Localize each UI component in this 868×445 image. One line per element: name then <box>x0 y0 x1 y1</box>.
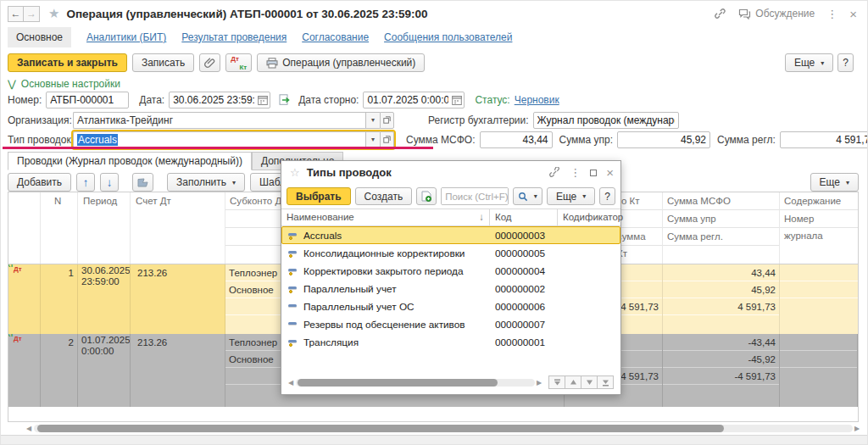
dropdown-arrow-icon[interactable]: ▾ <box>365 131 380 148</box>
col-sums[interactable]: Сумма МСФО Сумма упр Сумма регл. <box>663 192 780 264</box>
posting-marker-cell: ДтКт <box>8 264 41 334</box>
tab-analytics-bit[interactable]: Аналитики (БИТ) <box>86 31 166 43</box>
column-codifier[interactable]: Кодификатор <box>558 209 620 225</box>
sum-regl-field[interactable] <box>780 131 868 148</box>
grid-more-button[interactable]: Еще▾ <box>810 173 859 192</box>
column-code[interactable]: Код <box>490 209 558 225</box>
search-options-button[interactable]: ▾ <box>513 187 542 205</box>
organization-field[interactable]: Атлантика-Трейдинг <box>73 112 365 129</box>
sum-upr-field[interactable] <box>617 131 710 148</box>
copy-link-button[interactable] <box>714 8 726 20</box>
catalog-item-icon <box>287 267 298 275</box>
dialog-close-button[interactable]: × <box>606 165 614 180</box>
status-value-link[interactable]: Черновик <box>515 94 559 106</box>
tool-icon-button[interactable] <box>132 173 153 192</box>
chevron-down-icon: ▾ <box>582 192 586 200</box>
save-close-button[interactable]: Записать и закрыть <box>8 53 127 72</box>
move-down-button[interactable]: ↓ <box>100 173 119 192</box>
cell-sums: 43,44 45,92 4 591,73 <box>663 264 780 334</box>
window-titlebar: ← → ★ Операция (управленческий) АТБП-000… <box>1 1 867 26</box>
list-item[interactable]: Резервы под обесценение активов 00000000… <box>281 315 620 333</box>
open-item-icon[interactable] <box>380 131 394 148</box>
main-settings-label: Основные настройки <box>21 78 120 90</box>
discussion-button[interactable]: Обсуждение <box>738 8 815 19</box>
tab-posting-result[interactable]: Результат проведения <box>181 31 287 43</box>
calendar-icon[interactable] <box>452 95 462 105</box>
forward-button[interactable]: → <box>24 6 40 22</box>
create-button[interactable]: Создать <box>355 187 413 205</box>
list-item[interactable]: Трансляция 000000001 <box>281 333 620 351</box>
form-row-3: Тип проводок: Accruals ▾ Сумма МСФО: Сум… <box>8 131 868 148</box>
storno-date-field[interactable] <box>363 92 465 108</box>
tab-postings[interactable]: Проводки (Журнал проводок (международный… <box>8 152 252 170</box>
scroll-thumb[interactable] <box>298 379 498 387</box>
scroll-thumb[interactable] <box>37 425 724 432</box>
scroll-right-icon[interactable]: ▶ <box>854 425 860 432</box>
grid-toolbar-right: Еще▾ <box>810 173 859 192</box>
tab-main[interactable]: Основное <box>8 27 71 47</box>
cell-sums: -43,44 -45,92 -4 591,73 <box>663 334 780 407</box>
arrow-up-icon <box>570 379 577 386</box>
dialog-horizontal-scrollbar[interactable]: ◀ ▶ <box>288 379 542 387</box>
select-button[interactable]: Выбрать <box>287 187 351 205</box>
storno-date-icon[interactable] <box>279 94 292 106</box>
favorite-star-icon[interactable]: ★ <box>48 6 59 21</box>
go-first-button[interactable] <box>548 375 565 389</box>
create-group-button[interactable] <box>416 187 437 205</box>
main-horizontal-scrollbar[interactable]: ◀ ▶ <box>26 425 860 432</box>
list-item[interactable]: Параллельный учет ОС 000000006 <box>281 298 620 315</box>
back-button[interactable]: ← <box>8 6 24 22</box>
attachments-button[interactable] <box>199 53 220 72</box>
list-item[interactable]: Параллельный учет 000000002 <box>281 280 620 298</box>
col-content[interactable]: Содержание Номер журнала <box>780 192 858 264</box>
tab-user-messages[interactable]: Сообщения пользователей <box>384 31 512 43</box>
go-up-button[interactable] <box>565 375 581 389</box>
dialog-menu-button[interactable]: ⋮ <box>570 166 581 179</box>
col-account-dt[interactable]: Счет Дт <box>131 192 225 264</box>
posting-type-field[interactable]: Accruals <box>73 131 365 148</box>
list-item[interactable]: Консолидационные корректировки 000000005 <box>281 244 620 262</box>
window-menu-button[interactable]: ⋮ <box>826 8 837 20</box>
main-settings-group-toggle[interactable]: ⋁ Основные настройки <box>8 77 120 91</box>
chat-icon <box>738 8 751 19</box>
favorite-star-icon[interactable]: ☆ <box>290 166 300 179</box>
col-period[interactable]: Период <box>78 192 131 264</box>
scroll-track[interactable] <box>34 425 853 432</box>
new-document-icon <box>421 191 431 202</box>
go-down-button[interactable] <box>581 375 598 389</box>
print-operation-button[interactable]: Операция (управленческий) <box>257 53 425 72</box>
move-up-button[interactable]: ↑ <box>76 173 95 192</box>
help-button[interactable]: ? <box>837 53 854 72</box>
link-icon[interactable] <box>548 167 560 179</box>
dropdown-arrow-icon[interactable]: ▾ <box>365 112 380 129</box>
save-button[interactable]: Записать <box>132 53 194 72</box>
scroll-track[interactable] <box>296 379 535 387</box>
arrow-down-icon <box>586 379 593 386</box>
scroll-left-icon[interactable]: ◀ <box>26 425 32 432</box>
column-name[interactable]: Наименование ↓ <box>281 209 490 225</box>
number-field[interactable] <box>46 92 129 108</box>
calendar-icon[interactable] <box>258 95 268 105</box>
sum-msfo-field[interactable] <box>480 131 553 148</box>
scroll-left-icon[interactable]: ◀ <box>288 379 294 387</box>
dialog-more-button[interactable]: Еще▾ <box>547 187 595 205</box>
tab-approval[interactable]: Согласование <box>302 31 369 43</box>
date-field[interactable] <box>169 92 270 108</box>
maximize-icon[interactable] <box>590 170 597 176</box>
dtkt-postings-button[interactable]: ДтКт <box>225 53 252 72</box>
search-input[interactable] <box>442 188 509 204</box>
register-field[interactable] <box>533 112 679 129</box>
scroll-right-icon[interactable]: ▶ <box>537 379 542 387</box>
more-button[interactable]: Еще▾ <box>785 53 833 72</box>
col-n[interactable]: N <box>41 192 78 264</box>
dialog-help-button[interactable]: ? <box>599 187 615 205</box>
window-close-button[interactable]: × <box>849 7 857 21</box>
flag-icon <box>137 178 148 187</box>
add-row-button[interactable]: Добавить <box>8 173 71 192</box>
list-item[interactable]: Accruals 000000003 <box>281 226 620 244</box>
go-last-button[interactable] <box>597 375 614 389</box>
list-item[interactable]: Корректировки закрытого периода 00000000… <box>281 262 620 280</box>
fill-menu-button[interactable]: Заполнить▾ <box>167 173 245 192</box>
col-marker <box>8 192 41 264</box>
open-item-icon[interactable] <box>380 112 394 129</box>
